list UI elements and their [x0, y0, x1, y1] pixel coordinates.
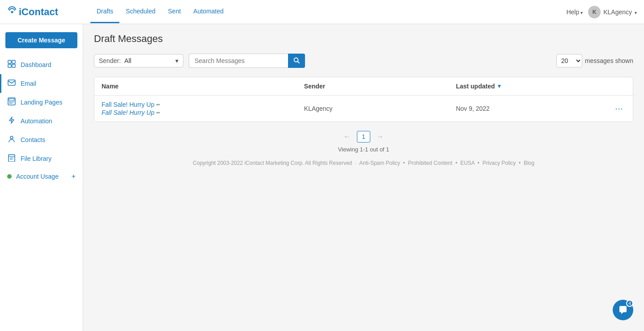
logo-icon: [7, 6, 17, 18]
footer-prohibited[interactable]: Prohibited Content: [408, 160, 452, 166]
create-message-button[interactable]: Create Message: [5, 32, 77, 48]
viewing-text: Viewing 1-1 out of 1: [338, 146, 390, 153]
footer: Copyright 2003-2022 iContact Marketing C…: [94, 153, 633, 173]
message-link-secondary[interactable]: Fall Sale! Hurry Up ••: [102, 109, 304, 116]
logo-text: iContact: [19, 6, 58, 18]
svg-rect-7: [9, 99, 14, 101]
footer-eusa[interactable]: EUSA: [460, 160, 475, 166]
table-header: Name Sender Last updated ▼: [94, 77, 633, 96]
file-library-icon: [7, 154, 16, 163]
chat-count-badge: 4: [626, 300, 633, 307]
dashboard-icon: [7, 60, 16, 70]
col-header-sender: Sender: [304, 83, 456, 90]
footer-anti-spam[interactable]: Anti-Spam Policy: [359, 160, 400, 166]
message-link-primary[interactable]: Fall Sale! Hurry Up ••: [102, 101, 304, 108]
row-sender: KLAgency: [304, 105, 456, 112]
user-chevron-icon: [635, 8, 637, 16]
footer-blog[interactable]: Blog: [524, 160, 534, 166]
user-menu[interactable]: K KLAgency: [588, 6, 637, 18]
logo: iContact: [7, 6, 90, 18]
table-row: Fall Sale! Hurry Up •• Fall Sale! Hurry …: [94, 96, 633, 122]
tab-automated[interactable]: Automated: [187, 0, 230, 23]
sidebar-label-dashboard: Dashboard: [21, 61, 51, 68]
svg-line-15: [298, 61, 300, 63]
ellipsis-icons-2: ••: [156, 110, 160, 116]
col-header-updated: Last updated ▼: [456, 83, 608, 90]
sidebar-item-file-library[interactable]: File Library: [0, 149, 83, 168]
sidebar-label-file-library: File Library: [21, 155, 51, 162]
svg-rect-5: [8, 80, 15, 85]
sidebar-label-landing-pages: Landing Pages: [21, 99, 62, 106]
next-page-button[interactable]: →: [374, 131, 386, 142]
sender-label: Sender:: [99, 57, 121, 64]
per-page-select[interactable]: 20 10 50 100: [556, 54, 582, 67]
user-avatar: K: [588, 6, 601, 18]
svg-point-10: [10, 136, 13, 139]
top-tabs: Drafts Scheduled Sent Automated: [90, 0, 566, 23]
svg-rect-4: [12, 64, 15, 67]
search-button[interactable]: [288, 54, 305, 68]
top-right: Help K KLAgency: [566, 6, 637, 18]
sidebar-item-automation[interactable]: Automation: [0, 112, 83, 130]
lightning-icon: [7, 116, 16, 126]
svg-point-0: [11, 11, 13, 13]
current-page[interactable]: 1: [357, 131, 370, 142]
ellipsis-icons: ••: [156, 102, 160, 108]
sidebar-item-email[interactable]: Email: [0, 74, 83, 93]
sender-value: All: [124, 57, 172, 64]
per-page-area: 20 10 50 100 messages shown: [556, 54, 633, 67]
tab-sent[interactable]: Sent: [162, 0, 187, 23]
sidebar-item-dashboard[interactable]: Dashboard: [0, 55, 83, 74]
user-name: KLAgency: [603, 8, 632, 16]
tab-scheduled[interactable]: Scheduled: [119, 0, 161, 23]
svg-rect-3: [8, 64, 11, 67]
search-area: [189, 54, 305, 68]
page-controls: ← 1 →: [341, 131, 386, 142]
pagination: ← 1 → Viewing 1-1 out of 1: [94, 131, 633, 153]
sidebar: Create Message Dashboard Email: [0, 24, 83, 331]
sort-icon[interactable]: ▼: [497, 83, 502, 89]
sidebar-label-contacts: Contacts: [21, 136, 45, 143]
messages-table: Name Sender Last updated ▼ Fall Sale! Hu…: [94, 77, 633, 122]
row-more-button[interactable]: ⋯: [612, 103, 626, 114]
email-icon: [7, 79, 16, 88]
per-page-label: messages shown: [585, 57, 633, 64]
sidebar-label-email: Email: [21, 80, 36, 87]
footer-copyright: Copyright 2003-2022 iContact Marketing C…: [193, 160, 352, 166]
help-chevron-icon: [580, 8, 583, 16]
account-usage-dot: [7, 174, 12, 179]
sender-filter[interactable]: Sender: All: [94, 54, 183, 67]
col-header-name: Name: [102, 83, 304, 90]
sidebar-label-account-usage: Account Usage: [16, 173, 59, 180]
help-button[interactable]: Help: [566, 8, 583, 16]
sidebar-item-account-usage[interactable]: Account Usage +: [0, 168, 83, 185]
row-updated: Nov 9, 2022: [456, 105, 608, 112]
sender-dropdown-icon[interactable]: [175, 57, 178, 64]
layout: Create Message Dashboard Email: [0, 24, 644, 331]
footer-privacy[interactable]: Privacy Policy: [483, 160, 516, 166]
main-content: Draft Messages Sender: All: [83, 24, 644, 331]
filters-bar: Sender: All 20 10 5: [94, 54, 633, 68]
page-title: Draft Messages: [94, 33, 633, 45]
prev-page-button[interactable]: ←: [341, 131, 353, 142]
svg-rect-2: [12, 60, 15, 63]
contacts-icon: [7, 135, 16, 145]
tab-drafts[interactable]: Drafts: [90, 0, 119, 23]
svg-rect-1: [8, 60, 11, 63]
row-actions: ⋯: [608, 103, 626, 114]
add-icon[interactable]: +: [72, 172, 76, 180]
row-name: Fall Sale! Hurry Up •• Fall Sale! Hurry …: [102, 101, 304, 116]
landing-pages-icon: [7, 97, 16, 107]
search-input[interactable]: [189, 54, 288, 68]
sidebar-item-contacts[interactable]: Contacts: [0, 130, 83, 149]
top-nav: iContact Drafts Scheduled Sent Automated…: [0, 0, 644, 24]
sidebar-item-landing-pages[interactable]: Landing Pages: [0, 93, 83, 112]
chat-button[interactable]: 4: [613, 300, 633, 320]
sidebar-label-automation: Automation: [21, 117, 52, 125]
